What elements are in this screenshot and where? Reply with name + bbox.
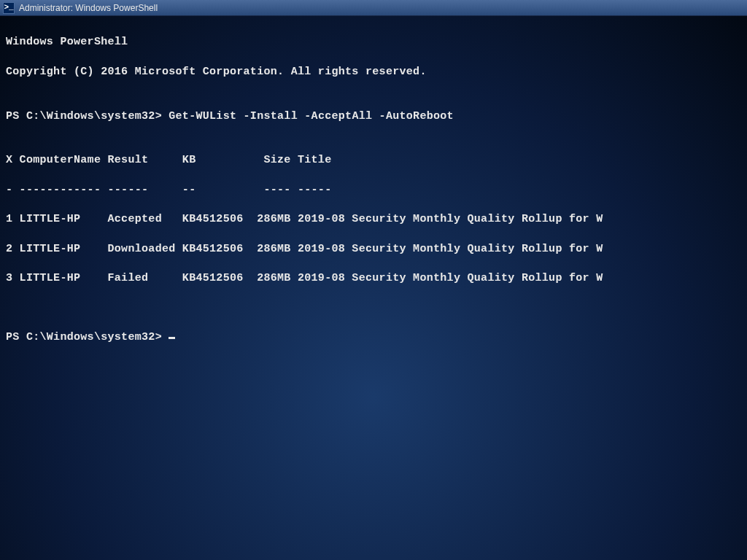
powershell-icon-glyph: >_ bbox=[4, 4, 13, 12]
table-row: 3 LITTLE-HP Failed KB4512506 286MB 2019-… bbox=[6, 271, 741, 286]
titlebar[interactable]: >_ Administrator: Windows PowerShell bbox=[0, 0, 747, 16]
table-row: 1 LITTLE-HP Accepted KB4512506 286MB 201… bbox=[6, 212, 741, 227]
table-underline: - ------------ ------ -- ---- ----- bbox=[6, 183, 741, 198]
powershell-icon: >_ bbox=[3, 2, 15, 14]
table-row: 2 LITTLE-HP Downloaded KB4512506 286MB 2… bbox=[6, 242, 741, 257]
window-title: Administrator: Windows PowerShell bbox=[19, 3, 158, 13]
prompt-line[interactable]: PS C:\Windows\system32> bbox=[6, 330, 741, 345]
ps-header-line: Windows PowerShell bbox=[6, 35, 741, 50]
terminal-body[interactable]: Windows PowerShell Copyright (C) 2016 Mi… bbox=[0, 16, 747, 560]
prompt-line: PS C:\Windows\system32> Get-WUList -Inst… bbox=[6, 109, 741, 124]
powershell-window: >_ Administrator: Windows PowerShell Win… bbox=[0, 0, 747, 560]
ps-copyright-line: Copyright (C) 2016 Microsoft Corporation… bbox=[6, 65, 741, 79]
prompt-path: PS C:\Windows\system32> bbox=[6, 110, 169, 122]
command-text: Get-WUList -Install -AcceptAll -AutoRebo… bbox=[169, 110, 454, 122]
cursor bbox=[169, 337, 175, 339]
table-header: X ComputerName Result KB Size Title bbox=[6, 153, 741, 168]
prompt-path: PS C:\Windows\system32> bbox=[6, 331, 169, 343]
